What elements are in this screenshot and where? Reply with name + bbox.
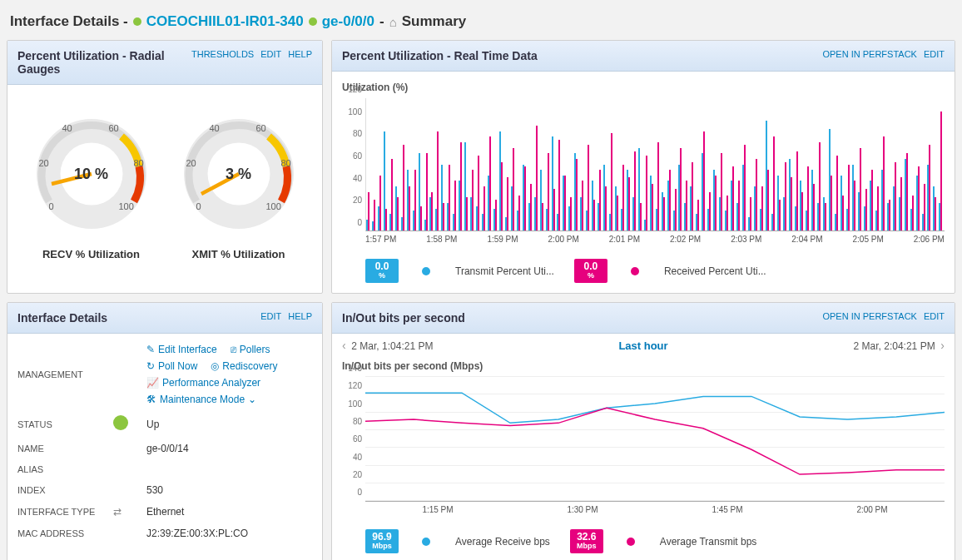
- x-axis: 1:57 PM1:58 PM1:59 PM2:00 PM2:01 PM2:02 …: [365, 235, 945, 244]
- line-chart: 020406080100120140: [365, 377, 945, 502]
- status-dot-icon: [309, 17, 317, 26]
- end-time: 2 Mar, 2:04:21 PM: [854, 340, 935, 352]
- xmit-value: 3 %: [226, 166, 251, 183]
- home-icon: ⌂: [389, 15, 397, 29]
- ethernet-icon: ⇄: [113, 506, 121, 518]
- wrench-icon: 🛠: [146, 394, 156, 405]
- tx-legend: Transmit Percent Uti...: [455, 265, 554, 277]
- breadcrumb-prefix: Interface Details -: [10, 13, 128, 30]
- dot-icon: [422, 267, 430, 275]
- index-value: 530: [146, 484, 312, 496]
- dot-icon: [631, 267, 639, 275]
- perf-analyzer-link[interactable]: 📈Performance Analyzer: [146, 377, 260, 389]
- mgmt-label: MANAGEMENT: [17, 369, 113, 379]
- recv-label: RECV % Utilization: [29, 248, 154, 260]
- edit-interface-link[interactable]: ✎Edit Interface: [146, 344, 217, 355]
- breadcrumb-sep: -: [379, 13, 384, 30]
- help-link[interactable]: HELP: [288, 49, 312, 59]
- recv-value: 10 %: [74, 166, 108, 183]
- panel-title: Interface Details: [17, 311, 107, 325]
- details-panel: Interface Details EDIT HELP MANAGEMENT ✎…: [7, 302, 323, 560]
- breadcrumb-interface[interactable]: ge-0/0/0: [322, 13, 374, 30]
- refresh-icon: ↻: [146, 360, 155, 372]
- rx-badge: 0.0%: [574, 259, 607, 283]
- tx-badge: 0.0%: [365, 259, 399, 283]
- realtime-panel: Percent Utilization - Real Time Data OPE…: [331, 40, 955, 294]
- gauges-panel: Percent Utilization - Radial Gauges THRE…: [7, 40, 323, 294]
- breadcrumb: Interface Details - COEOCHIIL01-IR01-340…: [7, 7, 955, 40]
- xmit-gauge: 3 % 0 20 40 60 80 100 XMIT % Utilization: [176, 112, 301, 260]
- dot-icon: [422, 538, 430, 546]
- rx-legend: Received Percent Uti...: [664, 265, 766, 277]
- status-value: Up: [146, 419, 312, 430]
- next-button[interactable]: ›: [940, 339, 945, 352]
- iftype-value: Ethernet: [146, 506, 312, 518]
- prev-button[interactable]: ‹: [342, 339, 346, 352]
- status-dot-icon: [133, 17, 141, 26]
- tx-legend: Average Transmit bps: [660, 536, 757, 548]
- chart-subtitle: Utilization (%): [342, 82, 945, 93]
- chart-subtitle: In/Out bits per second (Mbps): [342, 360, 945, 372]
- pencil-icon: ✎: [146, 344, 155, 355]
- target-icon: ◎: [211, 360, 219, 372]
- x-axis: 1:15 PM1:30 PM1:45 PM2:00 PM: [365, 505, 945, 514]
- xmit-label: XMIT % Utilization: [176, 248, 301, 260]
- mac-value: J2:39:ZE:00:3X:PL:CO: [146, 528, 312, 539]
- tx-badge: 32.6Mbps: [570, 529, 603, 553]
- chart-icon: 📈: [146, 377, 159, 389]
- rx-badge: 96.9Mbps: [365, 529, 399, 553]
- edit-link[interactable]: EDIT: [924, 311, 945, 321]
- status-up-icon: [113, 415, 128, 430]
- open-perfstack-link[interactable]: OPEN IN PERFSTACK: [822, 49, 916, 59]
- panel-title: Percent Utilization - Real Time Data: [342, 49, 538, 62]
- rx-legend: Average Receive bps: [455, 536, 550, 548]
- panel-title: In/Out bits per second: [342, 311, 465, 325]
- name-value: ge-0/0/14: [146, 443, 312, 454]
- period-select[interactable]: Last hour: [618, 339, 667, 352]
- edit-link[interactable]: EDIT: [924, 49, 945, 59]
- edit-link[interactable]: EDIT: [260, 49, 281, 59]
- edit-link[interactable]: EDIT: [260, 311, 281, 321]
- start-time: 2 Mar, 1:04:21 PM: [351, 340, 433, 352]
- chevron-down-icon: ⌄: [248, 394, 256, 405]
- y-axis: 020406080100120: [342, 98, 365, 231]
- open-perfstack-link[interactable]: OPEN IN PERFSTACK: [822, 311, 916, 321]
- dot-icon: [627, 538, 635, 546]
- help-link[interactable]: HELP: [288, 311, 312, 321]
- breadcrumb-node[interactable]: COEOCHIIL01-IR01-340: [146, 13, 304, 30]
- realtime-chart: [365, 98, 945, 231]
- pollnow-link[interactable]: ↻Poll Now: [146, 360, 197, 372]
- recv-gauge: 10 % 0 20 40 60 80 100 RECV % Utilizatio…: [29, 112, 154, 260]
- maintenance-link[interactable]: 🛠Maintenance Mode ⌄: [146, 394, 256, 405]
- breadcrumb-page: Summary: [402, 13, 466, 30]
- inout-panel: In/Out bits per second OPEN IN PERFSTACK…: [331, 302, 955, 560]
- pollers-link[interactable]: ⎚Pollers: [231, 344, 270, 355]
- rediscovery-link[interactable]: ◎Rediscovery: [211, 360, 277, 372]
- panel-title: Percent Utilization - Radial Gauges: [17, 49, 191, 76]
- thresholds-link[interactable]: THRESHOLDS: [191, 49, 254, 59]
- pollers-icon: ⎚: [231, 344, 236, 355]
